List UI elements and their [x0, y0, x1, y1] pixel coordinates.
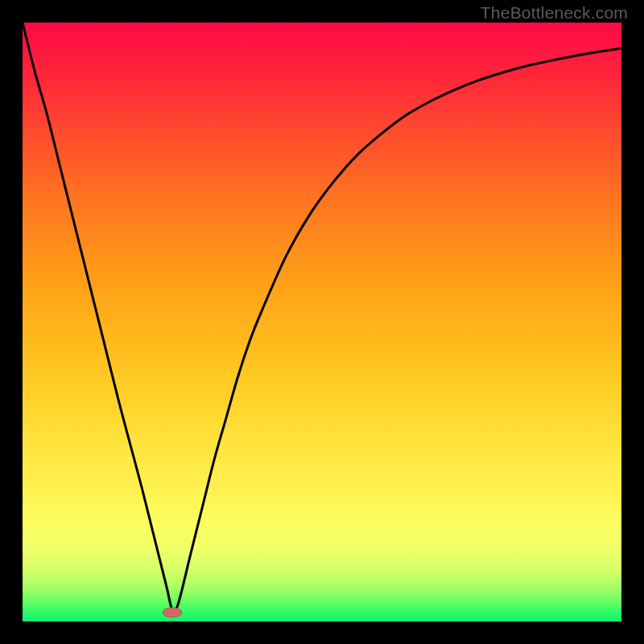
chart-frame: TheBottleneck.com [0, 0, 644, 644]
plot-area [23, 23, 621, 621]
watermark-text: TheBottleneck.com [481, 3, 628, 23]
bottleneck-curve [23, 23, 621, 611]
bottleneck-curve-svg [23, 23, 621, 621]
curve-minimum-marker [163, 608, 182, 617]
